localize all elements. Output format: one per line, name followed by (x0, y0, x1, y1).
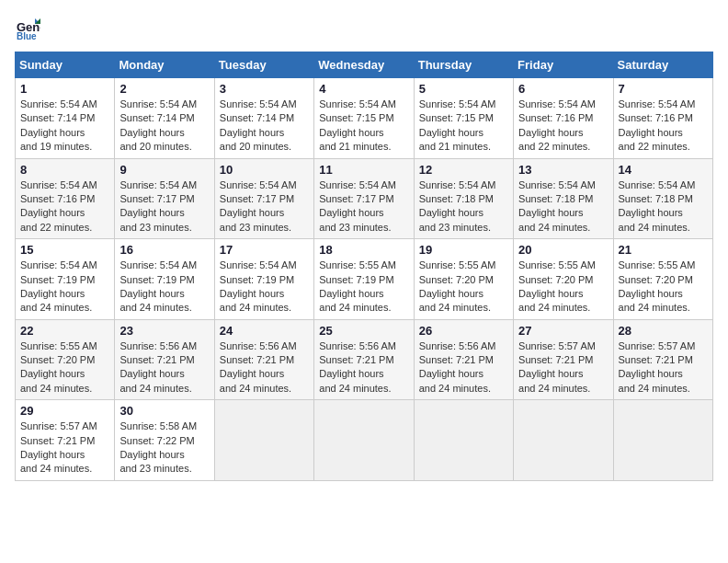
calendar-cell: 29 Sunrise: 5:57 AMSunset: 7:21 PMDaylig… (16, 400, 115, 481)
day-info: Sunrise: 5:56 AMSunset: 7:21 PMDaylight … (319, 339, 408, 396)
day-number: 23 (119, 324, 209, 338)
day-number: 8 (20, 163, 109, 177)
day-number: 22 (20, 324, 109, 338)
day-info: Sunrise: 5:57 AMSunset: 7:21 PMDaylight … (518, 339, 608, 396)
day-number: 10 (220, 163, 309, 177)
day-info: Sunrise: 5:54 AMSunset: 7:15 PMDaylight … (319, 98, 408, 155)
calendar-cell: 25 Sunrise: 5:56 AMSunset: 7:21 PMDaylig… (314, 319, 414, 400)
day-number: 30 (119, 404, 209, 418)
logo-icon: General Blue (15, 15, 40, 40)
day-info: Sunrise: 5:56 AMSunset: 7:21 PMDaylight … (419, 339, 508, 396)
calendar-cell: 21 Sunrise: 5:55 AMSunset: 7:20 PMDaylig… (613, 239, 712, 320)
day-number: 21 (619, 243, 708, 257)
day-number: 4 (319, 82, 408, 96)
calendar-cell: 24 Sunrise: 5:56 AMSunset: 7:21 PMDaylig… (214, 319, 313, 400)
calendar-cell (613, 400, 712, 481)
day-number: 3 (220, 82, 309, 96)
day-info: Sunrise: 5:57 AMSunset: 7:21 PMDaylight … (20, 419, 109, 477)
calendar-cell: 1 Sunrise: 5:54 AMSunset: 7:14 PMDayligh… (16, 78, 115, 159)
day-number: 25 (319, 324, 408, 338)
day-number: 6 (518, 82, 608, 96)
calendar-cell: 7 Sunrise: 5:54 AMSunset: 7:16 PMDayligh… (613, 78, 712, 159)
day-info: Sunrise: 5:54 AMSunset: 7:14 PMDaylight … (20, 98, 109, 155)
day-info: Sunrise: 5:54 AMSunset: 7:17 PMDaylight … (220, 178, 309, 236)
day-info: Sunrise: 5:54 AMSunset: 7:16 PMDaylight … (619, 98, 708, 155)
header-row: SundayMondayTuesdayWednesdayThursdayFrid… (16, 52, 713, 78)
day-number: 9 (119, 163, 209, 177)
calendar-cell (214, 400, 313, 481)
week-row-1: 1 Sunrise: 5:54 AMSunset: 7:14 PMDayligh… (16, 78, 713, 159)
day-info: Sunrise: 5:54 AMSunset: 7:15 PMDaylight … (419, 98, 508, 155)
day-info: Sunrise: 5:55 AMSunset: 7:19 PMDaylight … (319, 259, 408, 316)
column-header-saturday: Saturday (613, 52, 712, 78)
day-info: Sunrise: 5:54 AMSunset: 7:19 PMDaylight … (20, 259, 109, 316)
day-info: Sunrise: 5:54 AMSunset: 7:17 PMDaylight … (319, 178, 408, 236)
calendar-cell: 26 Sunrise: 5:56 AMSunset: 7:21 PMDaylig… (414, 319, 513, 400)
calendar-cell: 19 Sunrise: 5:55 AMSunset: 7:20 PMDaylig… (414, 239, 513, 320)
day-number: 19 (419, 243, 508, 257)
day-number: 20 (518, 243, 608, 257)
day-number: 13 (518, 163, 608, 177)
day-info: Sunrise: 5:54 AMSunset: 7:18 PMDaylight … (419, 178, 508, 236)
day-number: 17 (220, 243, 309, 257)
calendar-cell (414, 400, 513, 481)
day-info: Sunrise: 5:54 AMSunset: 7:19 PMDaylight … (119, 259, 209, 316)
day-number: 24 (220, 324, 309, 338)
calendar-cell: 17 Sunrise: 5:54 AMSunset: 7:19 PMDaylig… (214, 239, 313, 320)
calendar-cell: 23 Sunrise: 5:56 AMSunset: 7:21 PMDaylig… (115, 319, 214, 400)
day-info: Sunrise: 5:56 AMSunset: 7:21 PMDaylight … (220, 339, 309, 396)
day-info: Sunrise: 5:56 AMSunset: 7:21 PMDaylight … (119, 339, 209, 396)
day-number: 7 (619, 82, 708, 96)
calendar-cell: 22 Sunrise: 5:55 AMSunset: 7:20 PMDaylig… (16, 319, 115, 400)
column-header-friday: Friday (514, 52, 613, 78)
day-number: 1 (20, 82, 109, 96)
calendar-cell: 13 Sunrise: 5:54 AMSunset: 7:18 PMDaylig… (514, 158, 613, 239)
calendar-cell: 11 Sunrise: 5:54 AMSunset: 7:17 PMDaylig… (314, 158, 414, 239)
day-info: Sunrise: 5:54 AMSunset: 7:14 PMDaylight … (220, 98, 309, 155)
calendar-cell: 5 Sunrise: 5:54 AMSunset: 7:15 PMDayligh… (414, 78, 513, 159)
page-header: General Blue (15, 15, 713, 40)
day-info: Sunrise: 5:55 AMSunset: 7:20 PMDaylight … (619, 259, 708, 316)
day-number: 15 (20, 243, 109, 257)
calendar-cell: 30 Sunrise: 5:58 AMSunset: 7:22 PMDaylig… (115, 400, 214, 481)
week-row-4: 22 Sunrise: 5:55 AMSunset: 7:20 PMDaylig… (16, 319, 713, 400)
calendar-cell: 18 Sunrise: 5:55 AMSunset: 7:19 PMDaylig… (314, 239, 414, 320)
column-header-thursday: Thursday (414, 52, 513, 78)
day-number: 2 (119, 82, 209, 96)
day-number: 11 (319, 163, 408, 177)
week-row-2: 8 Sunrise: 5:54 AMSunset: 7:16 PMDayligh… (16, 158, 713, 239)
day-info: Sunrise: 5:55 AMSunset: 7:20 PMDaylight … (518, 259, 608, 316)
calendar-cell: 4 Sunrise: 5:54 AMSunset: 7:15 PMDayligh… (314, 78, 414, 159)
day-info: Sunrise: 5:54 AMSunset: 7:18 PMDaylight … (518, 178, 608, 236)
calendar-cell: 27 Sunrise: 5:57 AMSunset: 7:21 PMDaylig… (514, 319, 613, 400)
day-info: Sunrise: 5:55 AMSunset: 7:20 PMDaylight … (419, 259, 508, 316)
calendar-cell: 9 Sunrise: 5:54 AMSunset: 7:17 PMDayligh… (115, 158, 214, 239)
calendar-cell: 6 Sunrise: 5:54 AMSunset: 7:16 PMDayligh… (514, 78, 613, 159)
day-number: 18 (319, 243, 408, 257)
calendar-cell: 12 Sunrise: 5:54 AMSunset: 7:18 PMDaylig… (414, 158, 513, 239)
day-info: Sunrise: 5:58 AMSunset: 7:22 PMDaylight … (119, 419, 209, 477)
day-info: Sunrise: 5:54 AMSunset: 7:17 PMDaylight … (119, 178, 209, 236)
day-info: Sunrise: 5:54 AMSunset: 7:18 PMDaylight … (619, 178, 708, 236)
day-info: Sunrise: 5:57 AMSunset: 7:21 PMDaylight … (619, 339, 708, 396)
day-number: 26 (419, 324, 508, 338)
calendar-cell: 2 Sunrise: 5:54 AMSunset: 7:14 PMDayligh… (115, 78, 214, 159)
calendar-cell: 15 Sunrise: 5:54 AMSunset: 7:19 PMDaylig… (16, 239, 115, 320)
calendar-table: SundayMondayTuesdayWednesdayThursdayFrid… (15, 52, 713, 481)
column-header-sunday: Sunday (16, 52, 115, 78)
day-info: Sunrise: 5:54 AMSunset: 7:16 PMDaylight … (518, 98, 608, 155)
day-info: Sunrise: 5:54 AMSunset: 7:14 PMDaylight … (119, 98, 209, 155)
column-header-monday: Monday (115, 52, 214, 78)
day-info: Sunrise: 5:54 AMSunset: 7:16 PMDaylight … (20, 178, 109, 236)
day-info: Sunrise: 5:55 AMSunset: 7:20 PMDaylight … (20, 339, 109, 396)
day-number: 16 (119, 243, 209, 257)
calendar-cell: 28 Sunrise: 5:57 AMSunset: 7:21 PMDaylig… (613, 319, 712, 400)
calendar-cell: 8 Sunrise: 5:54 AMSunset: 7:16 PMDayligh… (16, 158, 115, 239)
calendar-cell: 16 Sunrise: 5:54 AMSunset: 7:19 PMDaylig… (115, 239, 214, 320)
day-number: 28 (619, 324, 708, 338)
calendar-cell: 20 Sunrise: 5:55 AMSunset: 7:20 PMDaylig… (514, 239, 613, 320)
calendar-cell: 14 Sunrise: 5:54 AMSunset: 7:18 PMDaylig… (613, 158, 712, 239)
day-number: 27 (518, 324, 608, 338)
logo: General Blue (15, 15, 44, 40)
week-row-5: 29 Sunrise: 5:57 AMSunset: 7:21 PMDaylig… (16, 400, 713, 481)
